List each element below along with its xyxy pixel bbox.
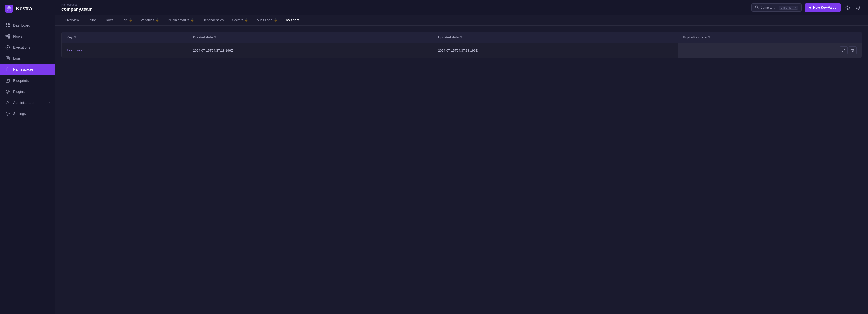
cell-created-date: 2024-07-15T04:37:18.196Z bbox=[188, 43, 433, 58]
svg-rect-6 bbox=[5, 26, 7, 27]
tab-secrets-label: Secrets bbox=[232, 18, 243, 22]
svg-line-32 bbox=[8, 93, 9, 93]
table-header-row: Key ⇅ Created date ⇅ Upd bbox=[62, 32, 862, 43]
sidebar-item-logs-label: Logs bbox=[13, 57, 50, 61]
tab-editor[interactable]: Editor bbox=[83, 15, 100, 25]
search-icon bbox=[755, 5, 759, 9]
svg-line-33 bbox=[8, 90, 9, 91]
tab-kv-store-label: KV Store bbox=[286, 18, 300, 22]
row-actions bbox=[683, 46, 857, 55]
topbar: Namespaces company.team Jump to... Ctrl/… bbox=[55, 0, 868, 15]
sidebar-item-flows[interactable]: Flows bbox=[0, 31, 55, 42]
cell-updated-date: 2024-07-15T04:37:18.196Z bbox=[433, 43, 678, 58]
sidebar-item-dashboard-label: Dashboard bbox=[13, 23, 50, 27]
app-logo-text: Kestra bbox=[16, 5, 32, 12]
edit-kv-button[interactable] bbox=[840, 46, 848, 55]
sidebar-item-namespaces-label: Namespaces bbox=[13, 67, 50, 71]
kv-store-table-container: Key ⇅ Created date ⇅ Upd bbox=[61, 32, 862, 58]
col-updated-date-label: Updated date bbox=[438, 35, 459, 39]
col-created-date-label: Created date bbox=[193, 35, 213, 39]
tab-plugin-defaults[interactable]: Plugin defaults 🔒 bbox=[164, 15, 198, 25]
cell-key: test_key bbox=[62, 43, 188, 58]
kestra-logo-icon bbox=[5, 4, 13, 12]
logo-area: Kestra bbox=[0, 0, 55, 17]
svg-rect-11 bbox=[8, 37, 9, 38]
grid-icon bbox=[5, 23, 10, 28]
col-created-date: Created date ⇅ bbox=[188, 32, 433, 43]
sidebar-item-dashboard[interactable]: Dashboard bbox=[0, 20, 55, 31]
main-content: Namespaces company.team Jump to... Ctrl/… bbox=[55, 0, 868, 314]
sidebar-item-plugins-label: Plugins bbox=[13, 90, 50, 94]
svg-point-35 bbox=[7, 101, 8, 103]
sidebar: Kestra Dashboard bbox=[0, 0, 55, 314]
help-button[interactable] bbox=[844, 4, 851, 11]
sidebar-item-logs[interactable]: Logs bbox=[0, 53, 55, 64]
col-key-sort-icon[interactable]: ⇅ bbox=[74, 36, 76, 39]
topbar-actions: Jump to... Ctrl/Cmd + K + New Key-Value bbox=[751, 3, 862, 12]
sidebar-item-blueprints-label: Blueprints bbox=[13, 78, 50, 82]
breadcrumb: Namespaces company.team bbox=[61, 3, 93, 12]
col-expiration-sort-icon[interactable]: ⇅ bbox=[708, 36, 710, 39]
tab-overview[interactable]: Overview bbox=[61, 15, 83, 25]
administration-chevron-icon: › bbox=[49, 101, 50, 104]
tab-audit-logs[interactable]: Audit Logs 🔒 bbox=[253, 15, 281, 25]
tab-overview-label: Overview bbox=[65, 18, 79, 22]
sidebar-item-blueprints[interactable]: Blueprints bbox=[0, 75, 55, 86]
plugin-defaults-lock-icon: 🔒 bbox=[191, 18, 194, 22]
col-expiration-date: Expiration date ⇅ bbox=[678, 32, 862, 43]
updated-date-value: 2024-07-15T04:37:18.196Z bbox=[438, 49, 478, 53]
delete-kv-button[interactable] bbox=[849, 46, 857, 55]
svg-line-38 bbox=[758, 8, 759, 9]
plugins-icon bbox=[5, 89, 10, 94]
col-updated-sort-icon[interactable]: ⇅ bbox=[460, 36, 462, 39]
edit-lock-icon: 🔒 bbox=[129, 18, 132, 22]
sidebar-item-namespaces[interactable]: Namespaces bbox=[0, 64, 55, 75]
sidebar-item-plugins[interactable]: Plugins bbox=[0, 86, 55, 97]
settings-icon bbox=[5, 111, 10, 116]
namespaces-icon bbox=[5, 67, 10, 72]
executions-icon bbox=[5, 45, 10, 50]
col-key: Key ⇅ bbox=[62, 32, 188, 43]
svg-point-26 bbox=[7, 91, 8, 92]
sidebar-item-executions[interactable]: Executions bbox=[0, 42, 55, 53]
admin-icon bbox=[5, 100, 10, 105]
audit-logs-lock-icon: 🔒 bbox=[274, 18, 277, 22]
svg-point-37 bbox=[756, 6, 758, 8]
svg-rect-9 bbox=[8, 34, 9, 35]
svg-line-41 bbox=[844, 50, 844, 50]
tab-dependencies[interactable]: Dependencies bbox=[199, 15, 227, 25]
tab-variables-label: Variables bbox=[141, 18, 154, 22]
created-date-value: 2024-07-15T04:37:18.196Z bbox=[193, 49, 233, 53]
tab-dependencies-label: Dependencies bbox=[203, 18, 223, 22]
tab-kv-store[interactable]: KV Store bbox=[282, 15, 304, 25]
search-shortcut: Ctrl/Cmd + K bbox=[779, 5, 798, 9]
content-area: Key ⇅ Created date ⇅ Upd bbox=[55, 26, 868, 314]
tab-variables[interactable]: Variables 🔒 bbox=[137, 15, 163, 25]
sidebar-item-settings[interactable]: Settings bbox=[0, 108, 55, 119]
new-key-value-label: New Key-Value bbox=[813, 5, 837, 9]
sidebar-item-flows-label: Flows bbox=[13, 34, 50, 38]
svg-line-31 bbox=[6, 90, 6, 91]
notifications-button[interactable] bbox=[855, 4, 862, 11]
svg-rect-8 bbox=[5, 35, 7, 36]
sidebar-item-administration-label: Administration bbox=[13, 101, 46, 105]
tab-edit-label: Edit bbox=[122, 18, 127, 22]
tab-secrets[interactable]: Secrets 🔒 bbox=[228, 15, 252, 25]
tab-flows[interactable]: Flows bbox=[100, 15, 117, 25]
svg-rect-5 bbox=[8, 23, 9, 25]
tab-audit-logs-label: Audit Logs bbox=[257, 18, 272, 22]
svg-rect-21 bbox=[6, 79, 9, 82]
sidebar-item-executions-label: Executions bbox=[13, 45, 50, 49]
breadcrumb-parent: Namespaces bbox=[61, 3, 93, 6]
tab-edit[interactable]: Edit 🔒 bbox=[118, 15, 136, 25]
new-key-value-button[interactable]: + New Key-Value bbox=[805, 3, 841, 12]
jump-to-search[interactable]: Jump to... Ctrl/Cmd + K bbox=[751, 3, 802, 11]
col-created-sort-icon[interactable]: ⇅ bbox=[214, 36, 217, 39]
nav-list: Dashboard Flows bbox=[0, 17, 55, 314]
key-value-link[interactable]: test_key bbox=[67, 49, 82, 53]
sidebar-item-administration[interactable]: Administration › bbox=[0, 97, 55, 108]
tab-flows-label: Flows bbox=[104, 18, 113, 22]
svg-point-36 bbox=[7, 113, 8, 114]
col-updated-date: Updated date ⇅ bbox=[433, 32, 678, 43]
svg-point-20 bbox=[6, 68, 9, 69]
